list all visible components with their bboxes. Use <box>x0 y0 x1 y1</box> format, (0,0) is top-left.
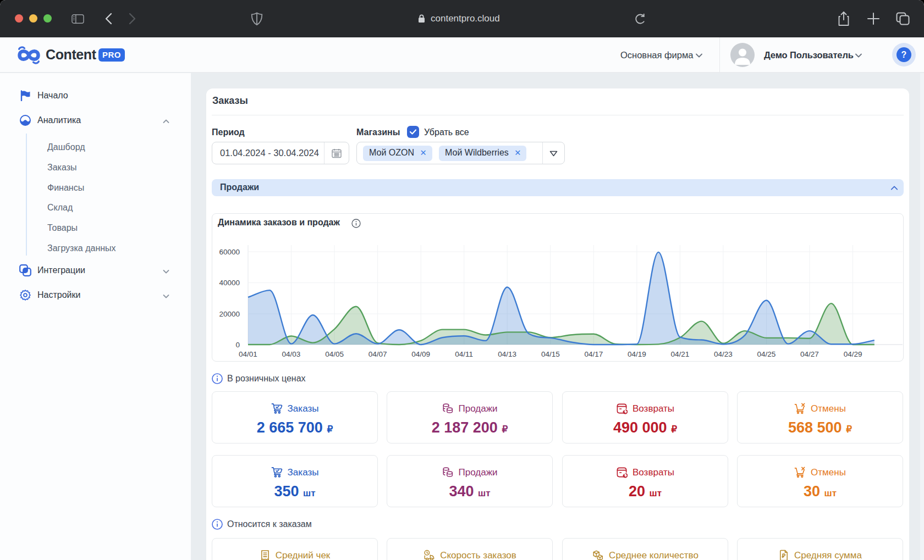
svg-text:60000: 60000 <box>219 248 240 256</box>
svg-text:04/19: 04/19 <box>628 350 646 358</box>
svg-text:04/01: 04/01 <box>239 350 257 358</box>
svg-text:40000: 40000 <box>219 279 240 287</box>
svg-text:04/13: 04/13 <box>498 350 516 358</box>
svg-text:04/21: 04/21 <box>671 350 690 358</box>
svg-text:04/15: 04/15 <box>541 350 560 358</box>
svg-text:0: 0 <box>235 341 240 349</box>
svg-text:20000: 20000 <box>219 310 240 318</box>
svg-text:04/27: 04/27 <box>800 350 819 358</box>
svg-text:04/17: 04/17 <box>584 350 603 358</box>
svg-text:04/25: 04/25 <box>757 350 776 358</box>
svg-text:04/07: 04/07 <box>369 350 387 358</box>
svg-text:04/09: 04/09 <box>411 350 430 358</box>
svg-text:04/11: 04/11 <box>455 350 473 358</box>
svg-text:04/23: 04/23 <box>714 350 733 358</box>
svg-text:04/29: 04/29 <box>844 350 862 358</box>
svg-text:04/05: 04/05 <box>325 350 344 358</box>
svg-text:04/03: 04/03 <box>282 350 301 358</box>
